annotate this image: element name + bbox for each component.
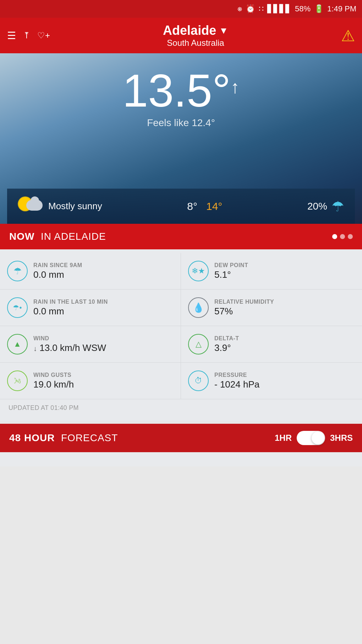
delta-t-value: 3.9° <box>214 342 353 353</box>
dew-point-value: 5.1° <box>214 269 353 280</box>
rain-10min-icon: ☂• <box>7 297 28 318</box>
data-cell-wind: ▲ WIND ↓ 13.0 km/h WSW <box>0 326 181 363</box>
bottom-space <box>0 452 362 466</box>
temp-value: 13.5° <box>122 67 231 114</box>
humidity-info: RELATIVE HUMIDITY 57% <box>214 299 353 317</box>
bluetooth-icon: ⎈ <box>237 4 242 13</box>
data-cell-rain-10min: ☂• RAIN IN THE LAST 10 MIN 0.0 mm <box>0 289 181 326</box>
dropdown-arrow[interactable]: ▼ <box>219 25 228 36</box>
pressure-icon: ⏱ <box>188 370 209 391</box>
data-cell-pressure: ⏱ PRESSURE - 1024 hPa <box>181 363 362 399</box>
rain-10min-label: RAIN IN THE LAST 10 MIN <box>33 299 172 305</box>
pressure-label: PRESSURE <box>214 372 353 378</box>
toggle-knob <box>312 432 324 444</box>
forecast-title: 48 HOUR FORECAST <box>9 432 118 444</box>
wind-info: WIND ↓ 13.0 km/h WSW <box>33 335 172 353</box>
weather-hero: 13.5° ↑ Feels like 12.4° Mostly sunny 8°… <box>0 53 362 224</box>
data-cell-humidity: 💧 RELATIVE HUMIDITY 57% <box>181 289 362 326</box>
umbrella-icon: ☂ <box>331 198 344 215</box>
wind-gusts-label: WIND GUSTS <box>33 372 172 378</box>
time-display: 1:49 PM <box>327 4 356 13</box>
battery-icon: 🔋 <box>314 4 324 13</box>
condition-label: Mostly sunny <box>48 201 102 212</box>
toggle-1hr-label[interactable]: 1HR <box>275 433 292 443</box>
dot-2[interactable] <box>340 234 345 239</box>
data-cell-wind-gusts: 🌬 WIND GUSTS 19.0 km/h <box>0 363 181 399</box>
dot-3[interactable] <box>348 234 353 239</box>
temp-trend-arrow: ↑ <box>231 78 240 96</box>
rain-9am-icon: ☂ <box>7 261 28 281</box>
data-cell-rain-9am: ☂ RAIN SINCE 9AM 0.0 mm <box>0 253 181 289</box>
updated-timestamp: UPDATED AT 01:40 PM <box>0 399 362 414</box>
now-bold: NOW <box>9 231 34 242</box>
pressure-value: - 1024 hPa <box>214 379 353 390</box>
rain-10min-value: 0.0 mm <box>33 306 172 317</box>
humidity-label: RELATIVE HUMIDITY <box>214 299 353 305</box>
cloud-puff <box>31 196 39 205</box>
wind-value: ↓ 13.0 km/h WSW <box>33 342 172 353</box>
pressure-info: PRESSURE - 1024 hPa <box>214 372 353 390</box>
favorite-icon[interactable]: ♡+ <box>37 31 50 40</box>
humidity-icon: 💧 <box>188 297 209 318</box>
forecast-label: FORECAST <box>61 432 118 443</box>
weather-condition-icon <box>18 196 43 216</box>
wind-icon: ▲ <box>7 334 28 355</box>
dew-point-info: DEW POINT 5.1° <box>214 262 353 280</box>
pagination-dots[interactable] <box>332 234 353 239</box>
dew-point-icon: ❄★ <box>188 261 209 281</box>
temperature-display: 13.5° ↑ <box>122 67 240 114</box>
forecast-48-label: 48 HOUR <box>9 432 55 443</box>
forecast-toggle[interactable]: 1HR 3HRS <box>275 431 353 445</box>
status-bar: ⎈ ⏰ ∷ ▋▋▋▋ 58% 🔋 1:49 PM <box>0 0 362 18</box>
forecast-toggle-switch[interactable] <box>297 431 325 445</box>
share-icon[interactable]: ⤒ <box>23 31 30 40</box>
header-center: Adelaide ▼ South Australia <box>50 23 341 48</box>
now-section-header: NOW IN ADELAIDE <box>0 224 362 249</box>
temp-low: 8° <box>187 200 197 212</box>
toggle-3hr-label[interactable]: 3HRS <box>330 433 353 443</box>
app-header: ☰ ⤒ ♡+ Adelaide ▼ South Australia ⚠ <box>0 18 362 53</box>
wind-label: WIND <box>33 335 172 342</box>
header-left-icons: ☰ ⤒ ♡+ <box>7 30 50 42</box>
weather-condition: Mostly sunny <box>18 196 102 216</box>
city-name[interactable]: Adelaide ▼ <box>50 23 341 38</box>
temp-high: 14° <box>206 200 222 212</box>
menu-icon[interactable]: ☰ <box>7 30 16 42</box>
wind-gusts-info: WIND GUSTS 19.0 km/h <box>33 372 172 390</box>
dot-1[interactable] <box>332 234 337 239</box>
rain-9am-label: RAIN SINCE 9AM <box>33 262 172 269</box>
now-subtitle: IN ADELAIDE <box>41 231 106 242</box>
forecast-bar: 48 HOUR FORECAST 1HR 3HRS <box>0 424 362 452</box>
delta-t-icon: △ <box>188 334 209 355</box>
alarm-icon: ⏰ <box>246 4 255 13</box>
feels-like: Feels like 12.4° <box>147 117 215 129</box>
rain-9am-info: RAIN SINCE 9AM 0.0 mm <box>33 262 172 280</box>
weather-data-section: ☂ RAIN SINCE 9AM 0.0 mm ❄★ DEW POINT 5.1… <box>0 249 362 421</box>
state-name: South Australia <box>50 38 341 48</box>
wind-gusts-icon: 🌬 <box>7 370 28 391</box>
battery-percent: 58% <box>295 4 311 13</box>
data-grid: ☂ RAIN SINCE 9AM 0.0 mm ❄★ DEW POINT 5.1… <box>0 253 362 399</box>
alert-icon[interactable]: ⚠ <box>341 27 355 45</box>
wind-gusts-value: 19.0 km/h <box>33 379 172 390</box>
delta-t-info: DELTA-T 3.9° <box>214 335 353 353</box>
data-cell-dew-point: ❄★ DEW POINT 5.1° <box>181 253 362 289</box>
rain-chance: 20% ☂ <box>307 198 344 215</box>
rain-percent: 20% <box>307 201 327 212</box>
signal-icon: ▋▋▋▋ <box>267 4 291 13</box>
rain-9am-value: 0.0 mm <box>33 269 172 280</box>
delta-t-label: DELTA-T <box>214 335 353 342</box>
data-cell-delta-t: △ DELTA-T 3.9° <box>181 326 362 363</box>
dew-point-label: DEW POINT <box>214 262 353 269</box>
temp-range: 8° 14° <box>187 200 222 212</box>
weather-summary-bar: Mostly sunny 8° 14° 20% ☂ <box>7 189 355 224</box>
rain-10min-info: RAIN IN THE LAST 10 MIN 0.0 mm <box>33 299 172 317</box>
humidity-value: 57% <box>214 306 353 317</box>
wifi-icon: ∷ <box>259 4 264 13</box>
now-title: NOW IN ADELAIDE <box>9 231 106 242</box>
